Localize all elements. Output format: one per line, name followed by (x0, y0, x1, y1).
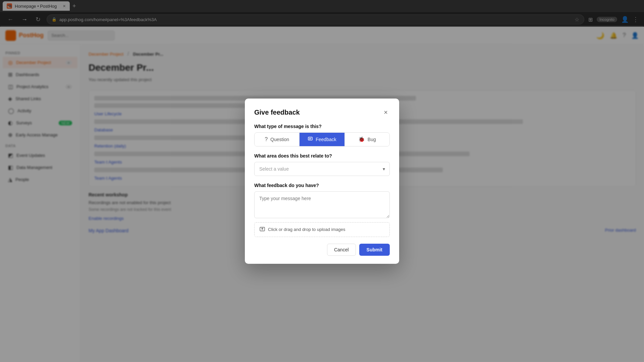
dialog-title: Give feedback (254, 109, 300, 116)
message-type-label: What type of message is this? (254, 124, 390, 129)
bug-icon: 🐞 (358, 136, 365, 142)
feedback-type-button[interactable]: Feedback (300, 133, 344, 146)
feedback-textarea[interactable] (254, 191, 390, 218)
feedback-dialog: Give feedback × What type of message is … (245, 99, 399, 264)
feedback-text-label: What feedback do you have? (254, 183, 390, 188)
dialog-header: Give feedback × (254, 108, 390, 117)
area-label: What area does this best relate to? (254, 153, 390, 159)
bug-type-button[interactable]: 🐞 Bug (345, 133, 389, 146)
dialog-footer: Cancel Submit (254, 244, 390, 256)
feedback-text-section: What feedback do you have? Click or drag… (254, 183, 390, 237)
question-label: Question (270, 137, 289, 142)
area-select-wrapper: Select a value Dashboards Analytics Feat… (254, 162, 390, 176)
feedback-icon (308, 136, 313, 143)
upload-label: Click or drag and drop to upload images (268, 227, 345, 232)
type-button-group: ? Question Feedback 🐞 Bug (254, 132, 390, 146)
upload-area[interactable]: Click or drag and drop to upload images (254, 222, 390, 237)
svg-rect-0 (308, 137, 312, 140)
dialog-close-button[interactable]: × (382, 108, 390, 117)
upload-icon (259, 226, 265, 233)
cancel-button[interactable]: Cancel (327, 244, 356, 256)
submit-button[interactable]: Submit (359, 244, 390, 256)
area-select[interactable]: Select a value Dashboards Analytics Feat… (254, 162, 390, 176)
bug-label: Bug (368, 137, 376, 142)
area-section: What area does this best relate to? Sele… (254, 153, 390, 176)
question-icon: ? (265, 136, 268, 142)
message-type-section: What type of message is this? ? Question… (254, 124, 390, 146)
feedback-label: Feedback (316, 137, 336, 142)
question-type-button[interactable]: ? Question (255, 133, 300, 146)
dialog-overlay: Give feedback × What type of message is … (0, 0, 644, 362)
